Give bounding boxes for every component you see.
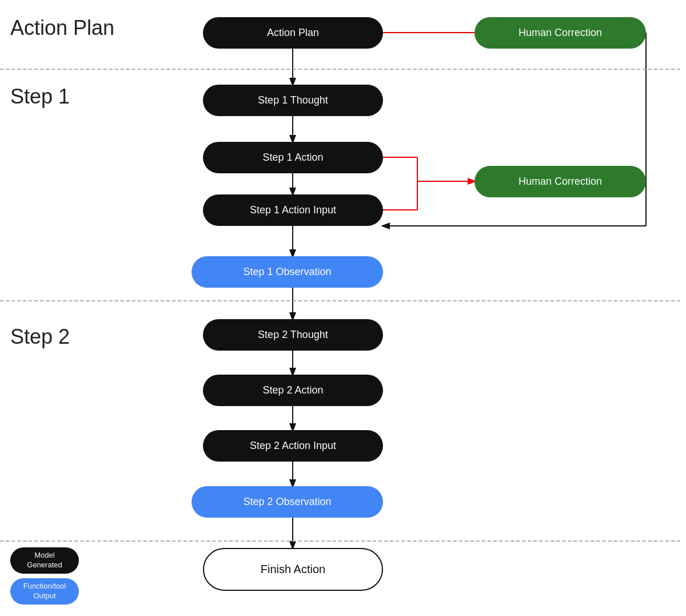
section-label-step1: Step 1 xyxy=(10,85,70,109)
action-plan-node: Action Plan xyxy=(203,17,383,49)
finish-action-node: Finish Action xyxy=(203,548,383,591)
step2-observation-node: Step 2 Observation xyxy=(192,486,383,518)
divider-3 xyxy=(0,541,680,542)
step2-action-node: Step 2 Action xyxy=(203,375,383,406)
section-label-action-plan: Action Plan xyxy=(10,16,114,40)
step2-action-input-node: Step 2 Action Input xyxy=(203,430,383,462)
diagram-container: Action Plan Step 1 Step 2 Action Plan Hu… xyxy=(0,0,686,616)
step1-action-input-node: Step 1 Action Input xyxy=(203,194,383,226)
legend-model-generated: Model Generated xyxy=(10,547,79,574)
step1-observation-node: Step 1 Observation xyxy=(192,256,383,288)
step1-action-node: Step 1 Action xyxy=(203,142,383,173)
legend-model-generated-label: Model Generated xyxy=(10,547,79,574)
legend: Model Generated Function/tool Output xyxy=(10,547,79,605)
step1-thought-node: Step 1 Thought xyxy=(203,85,383,116)
legend-function-tool: Function/tool Output xyxy=(10,578,79,605)
divider-2 xyxy=(0,300,680,301)
legend-function-tool-label: Function/tool Output xyxy=(10,578,79,605)
section-label-step2: Step 2 xyxy=(10,325,70,349)
human-correction-1-node: Human Correction xyxy=(474,17,646,49)
divider-1 xyxy=(0,69,680,70)
human-correction-2-node: Human Correction xyxy=(474,166,646,197)
step2-thought-node: Step 2 Thought xyxy=(203,319,383,351)
